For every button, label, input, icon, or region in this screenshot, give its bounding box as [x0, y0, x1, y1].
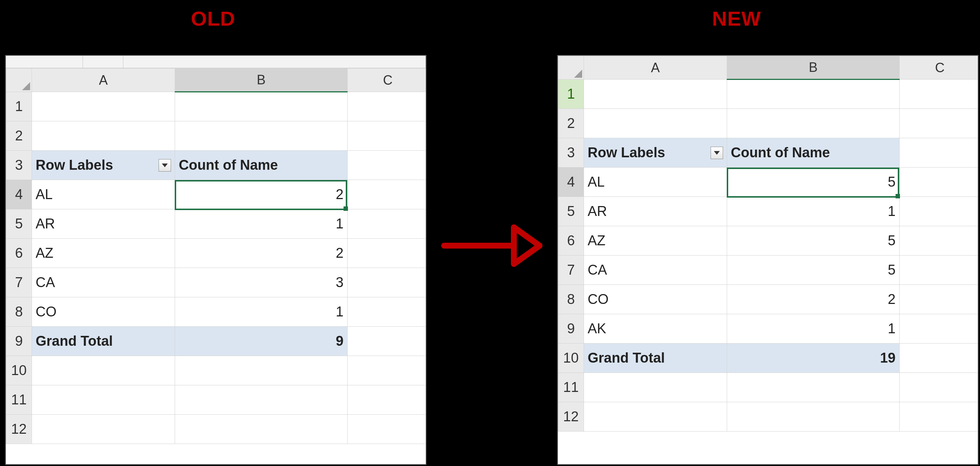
- grid-old[interactable]: A B C 1 2 3 Row Labels Count of Name: [6, 68, 426, 444]
- pivot-row-value[interactable]: 1: [727, 197, 900, 226]
- cell[interactable]: [348, 327, 427, 356]
- cell[interactable]: [900, 197, 979, 226]
- cell[interactable]: [175, 356, 348, 385]
- cell[interactable]: [584, 109, 727, 138]
- row-header[interactable]: 10: [558, 344, 584, 373]
- pivot-row-value[interactable]: 2: [175, 180, 348, 209]
- pivot-count-header[interactable]: Count of Name: [727, 138, 900, 168]
- pivot-row-value[interactable]: 2: [175, 239, 348, 268]
- row-header[interactable]: 6: [6, 239, 32, 268]
- row-header[interactable]: 1: [558, 79, 584, 109]
- row-header[interactable]: 7: [558, 255, 584, 285]
- row-header[interactable]: 7: [6, 268, 32, 297]
- cell[interactable]: [32, 356, 175, 385]
- row-header[interactable]: 5: [558, 197, 584, 226]
- pivot-row-label[interactable]: AK: [584, 314, 727, 344]
- pivot-row-value[interactable]: 5: [727, 168, 900, 197]
- row-header[interactable]: 2: [558, 109, 584, 138]
- cell[interactable]: [32, 415, 175, 444]
- pivot-row-value[interactable]: 3: [175, 268, 348, 297]
- cell[interactable]: [32, 121, 175, 151]
- row-header[interactable]: 12: [6, 415, 32, 444]
- cell[interactable]: [900, 226, 979, 255]
- cell[interactable]: [348, 151, 427, 180]
- cell[interactable]: [348, 415, 427, 444]
- row-header[interactable]: 8: [558, 285, 584, 314]
- col-header-A[interactable]: A: [32, 68, 175, 92]
- pivot-grand-total-label[interactable]: Grand Total: [584, 344, 727, 373]
- pivot-row-label[interactable]: CA: [32, 268, 175, 297]
- cell[interactable]: [584, 402, 727, 431]
- pivot-count-header[interactable]: Count of Name: [175, 151, 348, 180]
- pivot-row-labels-header[interactable]: Row Labels: [584, 138, 727, 168]
- cell[interactable]: [348, 239, 427, 268]
- pivot-row-label[interactable]: AZ: [584, 226, 727, 255]
- row-header[interactable]: 12: [558, 402, 584, 431]
- cell[interactable]: [32, 92, 175, 121]
- cell[interactable]: [175, 385, 348, 415]
- cell[interactable]: [727, 402, 900, 431]
- cell[interactable]: [348, 180, 427, 209]
- cell[interactable]: [900, 255, 979, 285]
- pivot-row-labels-header[interactable]: Row Labels: [32, 151, 175, 180]
- row-header[interactable]: 2: [6, 121, 32, 151]
- cell[interactable]: [900, 79, 979, 109]
- row-header[interactable]: 3: [558, 138, 584, 168]
- col-header-B[interactable]: B: [175, 68, 348, 92]
- cell[interactable]: [32, 385, 175, 415]
- pivot-row-label[interactable]: AL: [584, 168, 727, 197]
- pivot-filter-button[interactable]: [711, 147, 723, 159]
- pivot-row-label[interactable]: CA: [584, 255, 727, 285]
- row-header[interactable]: 11: [558, 373, 584, 402]
- pivot-row-label[interactable]: AL: [32, 180, 175, 209]
- cell[interactable]: [900, 109, 979, 138]
- cell[interactable]: [175, 121, 348, 151]
- cell[interactable]: [348, 92, 427, 121]
- cell[interactable]: [727, 373, 900, 402]
- cell[interactable]: [348, 297, 427, 327]
- cell[interactable]: [584, 373, 727, 402]
- pivot-row-label[interactable]: AZ: [32, 239, 175, 268]
- col-header-B[interactable]: B: [727, 56, 900, 79]
- pivot-grand-total-value[interactable]: 19: [727, 344, 900, 373]
- cell[interactable]: [727, 79, 900, 109]
- cell[interactable]: [900, 402, 979, 431]
- cell[interactable]: [348, 121, 427, 151]
- cell[interactable]: [900, 138, 979, 168]
- pivot-grand-total-value[interactable]: 9: [175, 327, 348, 356]
- cell[interactable]: [584, 79, 727, 109]
- row-header[interactable]: 11: [6, 385, 32, 415]
- pivot-row-value[interactable]: 2: [727, 285, 900, 314]
- cell[interactable]: [348, 268, 427, 297]
- col-header-C[interactable]: C: [348, 68, 427, 92]
- cell[interactable]: [175, 415, 348, 444]
- pivot-row-label[interactable]: AR: [32, 209, 175, 239]
- row-header[interactable]: 6: [558, 226, 584, 255]
- row-header[interactable]: 5: [6, 209, 32, 239]
- cell[interactable]: [900, 373, 979, 402]
- cell[interactable]: [727, 109, 900, 138]
- row-header[interactable]: 4: [6, 180, 32, 209]
- select-all-corner[interactable]: [6, 68, 32, 92]
- row-header[interactable]: 8: [6, 297, 32, 327]
- cell[interactable]: [348, 209, 427, 239]
- pivot-grand-total-label[interactable]: Grand Total: [32, 327, 175, 356]
- grid-new[interactable]: A B C 1 2 3 Row Labels Count of Name: [558, 56, 978, 431]
- pivot-row-value[interactable]: 1: [175, 209, 348, 239]
- row-header[interactable]: 1: [6, 92, 32, 121]
- row-header[interactable]: 10: [6, 356, 32, 385]
- cell[interactable]: [900, 285, 979, 314]
- pivot-filter-button[interactable]: [159, 159, 171, 171]
- col-header-A[interactable]: A: [584, 56, 727, 79]
- cell[interactable]: [900, 344, 979, 373]
- pivot-row-value[interactable]: 5: [727, 226, 900, 255]
- select-all-corner[interactable]: [558, 56, 584, 79]
- cell[interactable]: [900, 314, 979, 344]
- cell[interactable]: [348, 356, 427, 385]
- pivot-row-label[interactable]: CO: [32, 297, 175, 327]
- row-header[interactable]: 4: [558, 168, 584, 197]
- row-header[interactable]: 3: [6, 151, 32, 180]
- pivot-row-value[interactable]: 1: [727, 314, 900, 344]
- row-header[interactable]: 9: [6, 327, 32, 356]
- pivot-row-label[interactable]: AR: [584, 197, 727, 226]
